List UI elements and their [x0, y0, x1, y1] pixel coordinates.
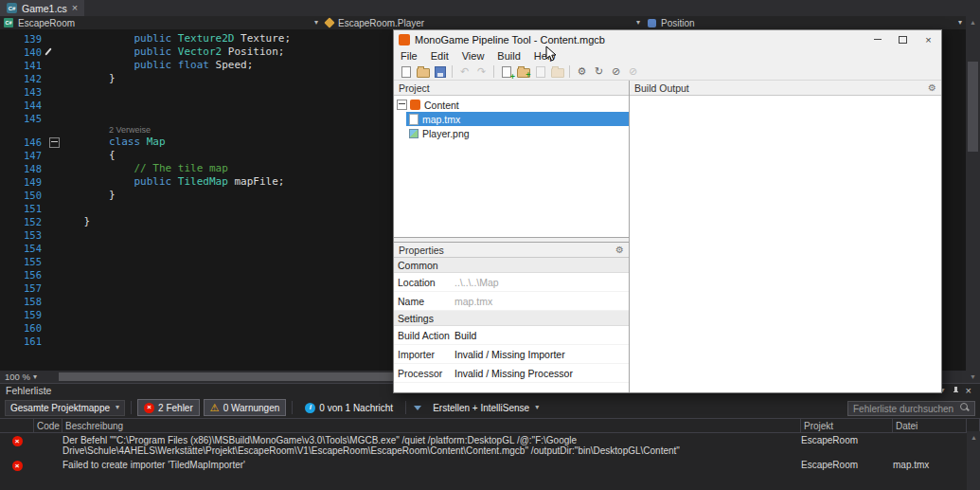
clean-icon[interactable]: ⊘ — [609, 64, 623, 79]
code-token — [59, 175, 134, 188]
class-icon — [324, 17, 334, 27]
code-token — [59, 32, 134, 45]
tree-item-map-tmx[interactable]: map.tmx — [394, 112, 629, 126]
scrollbar-thumb[interactable] — [968, 62, 978, 152]
code-text: { — [59, 149, 116, 162]
spacer-column-header — [967, 419, 980, 432]
nav-dropdown-1[interactable]: C#EscapeRoom▾ — [0, 16, 322, 29]
nav-dropdown-3[interactable]: Position▾ — [644, 16, 966, 29]
search-input[interactable] — [847, 401, 975, 416]
scroll-up-icon[interactable]: ▲ — [966, 16, 980, 28]
zoom-dropdown[interactable]: 100 % ▾ — [0, 371, 42, 383]
property-key: Location — [394, 277, 454, 288]
glyph-margin — [42, 215, 59, 228]
line-number: 143 — [0, 85, 42, 99]
property-value[interactable]: Invalid / Missing Importer — [454, 349, 629, 360]
window-titlebar[interactable]: MonoGame Pipeline Tool - Content.mgcb × — [394, 30, 941, 48]
gear-icon[interactable]: ⚙ — [928, 83, 936, 93]
line-number: 140 — [0, 45, 42, 59]
code-token: } — [59, 215, 90, 227]
messages-filter-button[interactable]: i 0 von 1 Nachricht — [298, 399, 400, 416]
close-icon[interactable]: × — [966, 386, 971, 396]
error-table-scrollbar[interactable]: ▲ — [967, 431, 980, 490]
code-text: public Vector2 Position; — [59, 45, 284, 59]
scrollbar-thumb[interactable] — [59, 372, 395, 381]
tree-item-player-png[interactable]: Player.png — [394, 126, 629, 140]
scope-dropdown[interactable]: Gesamte Projektmappe ▾ — [5, 400, 125, 416]
line-number: 146 — [0, 136, 42, 149]
code-text: public Texture2D Texture; — [59, 32, 291, 45]
error-row[interactable]: ×Failed to create importer 'TiledMapImpo… — [0, 458, 980, 473]
error-row[interactable]: ×Der Befehl ""C:\Program Files (x86)\MSB… — [0, 433, 980, 458]
add-new-folder-icon[interactable] — [516, 64, 530, 79]
code-token: // The tile map — [134, 162, 227, 174]
info-icon: i — [305, 403, 315, 413]
code-text: } — [59, 215, 90, 228]
code-token: public — [134, 32, 171, 45]
nav-dropdown-2[interactable]: EscapeRoom.Player▾ — [322, 16, 644, 29]
line-number: 149 — [0, 175, 42, 189]
description-column-header[interactable]: Beschreibung — [62, 419, 801, 432]
glyph-margin — [42, 162, 59, 175]
intellisense-filter-dropdown[interactable]: Erstellen + IntelliSense ▾ — [427, 400, 544, 416]
search-icon — [960, 403, 968, 410]
save-icon[interactable] — [433, 64, 447, 79]
property-value[interactable]: Invalid / Missing Processor — [454, 368, 629, 379]
maximize-button[interactable] — [890, 30, 916, 48]
add-existing-folder-icon — [550, 64, 564, 79]
severity-column-header[interactable] — [0, 419, 34, 432]
tab-label: Game1.cs — [22, 3, 67, 14]
open-icon[interactable] — [416, 64, 430, 79]
glyph-margin — [42, 32, 59, 45]
add-new-item-icon[interactable] — [499, 64, 513, 79]
code-token: Vector2 — [178, 45, 222, 58]
property-section-header: Settings — [394, 311, 629, 326]
close-button[interactable]: × — [916, 30, 941, 48]
glyph-margin — [42, 149, 59, 162]
property-value[interactable]: Build — [454, 330, 629, 341]
chevron-down-icon: ▾ — [33, 373, 37, 381]
project-column-header[interactable]: Projekt — [801, 419, 893, 432]
scroll-down-icon[interactable]: ▼ — [966, 371, 980, 383]
new-file-icon[interactable] — [399, 64, 413, 79]
glyph-margin — [42, 268, 59, 281]
toolbar-separator — [569, 65, 570, 78]
monogame-content-icon — [410, 100, 420, 110]
errors-filter-button[interactable]: × 2 Fehler — [137, 399, 200, 416]
menu-item-file[interactable]: File — [394, 48, 424, 64]
glyph-margin — [42, 112, 59, 125]
fold-collapse-icon[interactable] — [49, 137, 60, 148]
minimize-button[interactable] — [864, 30, 890, 48]
window-title: MonoGame Pipeline Tool - Content.mgcb — [415, 34, 605, 45]
chevron-down-icon: ▾ — [636, 19, 640, 27]
glyph-margin — [42, 59, 59, 72]
vertical-scrollbar[interactable]: ▲ ▼ — [966, 16, 980, 383]
close-icon[interactable]: × — [72, 3, 78, 13]
error-code — [34, 460, 62, 471]
tree-item-label: Content — [424, 100, 459, 111]
code-column-header[interactable]: Code — [34, 419, 62, 432]
rebuild-icon[interactable]: ↻ — [592, 64, 606, 79]
line-number: 153 — [0, 228, 42, 242]
menu-item-build[interactable]: Build — [490, 48, 526, 64]
menu-item-edit[interactable]: Edit — [424, 48, 455, 64]
glyph-margin — [42, 136, 59, 149]
code-token: Texture2D — [178, 32, 235, 45]
tree-item-content[interactable]: Content — [394, 98, 629, 112]
tab-game1cs[interactable]: C# Game1.cs × — [0, 0, 84, 16]
collapse-icon[interactable] — [397, 100, 407, 110]
build-icon[interactable]: ⚙ — [575, 64, 589, 79]
property-row: Location..\..\..\Map — [394, 273, 629, 292]
menu-item-view[interactable]: View — [455, 48, 491, 64]
error-file — [893, 435, 967, 456]
panel-title: Properties — [399, 245, 444, 256]
scroll-up-icon[interactable]: ▲ — [967, 431, 980, 444]
property-key: Importer — [394, 349, 454, 360]
codelens-references[interactable]: 2 Verweise — [59, 125, 151, 136]
file-column-header[interactable]: Datei — [893, 419, 967, 432]
warning-icon: ⚠ — [210, 403, 220, 413]
property-row: Build ActionBuild — [394, 326, 629, 345]
warnings-filter-button[interactable]: ⚠ 0 Warnungen — [204, 399, 287, 416]
pin-icon[interactable] — [952, 386, 959, 395]
gear-icon[interactable]: ⚙ — [615, 245, 624, 255]
